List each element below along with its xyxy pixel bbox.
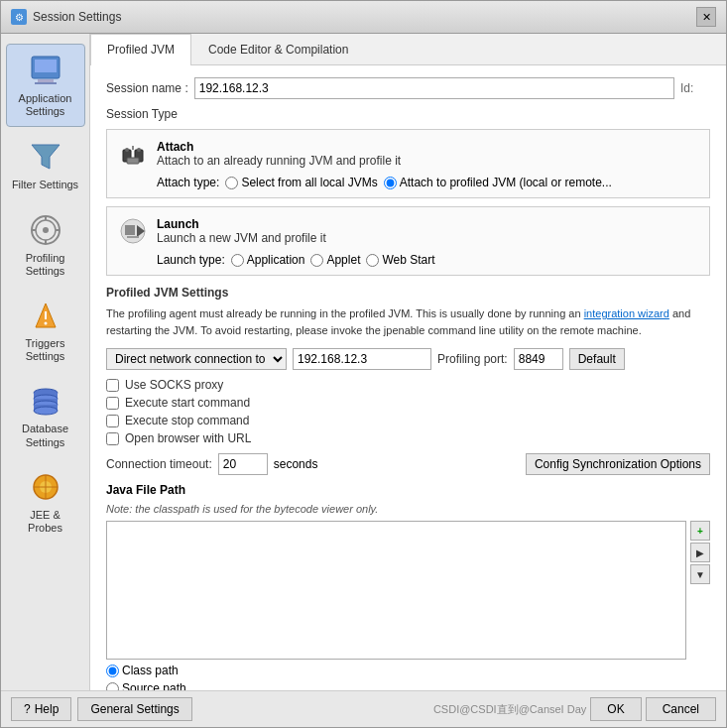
launch-section: Launch Launch a new JVM and profile it L… <box>106 206 710 276</box>
launch-desc: Launch a new JVM and profile it <box>157 231 326 245</box>
open-browser-label: Open browser with URL <box>125 431 251 445</box>
sidebar-item-profiling[interactable]: Profiling Settings <box>6 204 85 286</box>
open-browser-checkbox[interactable] <box>106 432 119 445</box>
title-bar: ⚙ Session Settings ✕ <box>1 1 726 34</box>
profiling-icon <box>28 212 63 248</box>
filepath-buttons: + ▶ ▼ <box>690 521 710 660</box>
filepath-list[interactable] <box>106 521 686 660</box>
exec-start-checkbox[interactable] <box>106 397 119 410</box>
svg-rect-3 <box>35 82 57 84</box>
database-icon <box>28 383 63 419</box>
use-socks-checkbox[interactable] <box>106 379 119 392</box>
sidebar-label-application: Application Settings <box>13 92 78 118</box>
bottom-left: ? Help General Settings <box>11 697 192 721</box>
launch-options: Launch type: Application Applet Web Star… <box>117 253 699 267</box>
sidebar-label-database: Database Settings <box>12 423 79 448</box>
launch-option-applet[interactable]: Applet <box>310 253 360 267</box>
sidebar-label-profiling: Profiling Settings <box>12 252 79 278</box>
java-file-section: Java File Path Note: the classpath is us… <box>106 483 710 690</box>
sidebar-item-jee[interactable]: JEE & Probes <box>6 461 85 543</box>
connection-type-select[interactable]: Direct network connection to <box>106 348 287 370</box>
help-label: Help <box>35 702 60 716</box>
jee-icon <box>28 469 63 505</box>
exec-start-row: Execute start command <box>106 396 710 410</box>
filepath-down-button[interactable]: ▼ <box>690 564 710 584</box>
class-path-radio[interactable] <box>106 665 119 677</box>
cancel-button[interactable]: Cancel <box>646 697 716 721</box>
bottom-right: CSDI@CSDI直到@CanseI Day OK Cancel <box>433 697 716 721</box>
use-socks-label: Use SOCKS proxy <box>125 378 223 392</box>
connection-row: Direct network connection to Profiling p… <box>106 348 710 370</box>
sidebar-item-triggers[interactable]: Triggers Settings <box>6 290 85 371</box>
launch-option-application[interactable]: Application <box>231 253 305 267</box>
title-bar-left: ⚙ Session Settings <box>11 9 121 25</box>
tab-bar: Profiled JVM Code Editor & Compilation <box>90 34 726 65</box>
class-path-label: Class path <box>122 664 179 677</box>
attach-option1-label: Select from all local JVMs <box>241 176 377 189</box>
radio-path-row: Class path <box>106 664 710 677</box>
svg-marker-4 <box>32 145 60 169</box>
filter-icon <box>28 139 63 175</box>
svg-point-11 <box>43 227 49 233</box>
class-path-option[interactable]: Class path <box>106 664 179 677</box>
attach-content: Attach Attach to an already running JVM … <box>157 140 401 168</box>
attach-header: Attach Attach to an already running JVM … <box>117 138 699 170</box>
launch-icon <box>117 215 149 247</box>
attach-option1[interactable]: Select from all local JVMs <box>225 176 377 189</box>
source-path-label: Source path <box>122 681 186 690</box>
launch-label: Launch <box>157 217 199 231</box>
session-name-label: Session name : <box>106 81 188 95</box>
source-path-radio[interactable] <box>106 682 119 691</box>
connection-address-input[interactable] <box>293 348 431 370</box>
svg-rect-1 <box>35 60 57 72</box>
launch-radio-applet[interactable] <box>310 254 323 267</box>
sidebar-item-filter[interactable]: Filter Settings <box>6 131 85 199</box>
attach-option2[interactable]: Attach to profiled JVM (local or remote.… <box>384 176 612 189</box>
attach-radio-1[interactable] <box>225 177 238 189</box>
bottom-bar: ? Help General Settings CSDI@CSDI直到@Cans… <box>1 690 726 727</box>
main-content: Profiled JVM Code Editor & Compilation S… <box>90 34 726 690</box>
help-button[interactable]: ? Help <box>11 697 71 721</box>
exec-stop-label: Execute stop command <box>125 414 249 427</box>
attach-options: Attach type: Select from all local JVMs … <box>117 176 699 189</box>
ok-button[interactable]: OK <box>590 697 641 721</box>
attach-radio-2[interactable] <box>384 177 397 189</box>
svg-rect-33 <box>125 225 135 235</box>
settings-title: Profiled JVM Settings <box>106 286 710 300</box>
config-sync-button[interactable]: Config Synchronization Options <box>526 453 710 475</box>
application-icon <box>28 53 63 88</box>
timeout-input[interactable] <box>218 453 268 475</box>
integration-wizard-link[interactable]: integration wizard <box>584 307 669 319</box>
exec-stop-checkbox[interactable] <box>106 415 119 427</box>
session-name-input[interactable] <box>194 77 674 99</box>
close-button[interactable]: ✕ <box>696 7 716 27</box>
tab-code-editor[interactable]: Code Editor & Compilation <box>191 34 365 64</box>
default-button[interactable]: Default <box>569 348 625 370</box>
general-settings-button[interactable]: General Settings <box>77 697 191 721</box>
launch-option-webstart[interactable]: Web Start <box>366 253 434 267</box>
exec-stop-row: Execute stop command <box>106 414 710 427</box>
svg-point-29 <box>125 148 129 152</box>
launch-radio-webstart[interactable] <box>366 254 379 267</box>
sidebar-item-application[interactable]: Application Settings <box>6 44 85 127</box>
launch-type-label: Launch type: <box>157 253 225 267</box>
attach-plug-icon <box>117 138 149 170</box>
window-icon: ⚙ <box>11 9 27 25</box>
source-path-option[interactable]: Source path <box>106 681 186 690</box>
timeout-row: Connection timeout: seconds Config Synch… <box>106 453 710 475</box>
sidebar-label-jee: JEE & Probes <box>12 509 79 535</box>
launch-radio-application[interactable] <box>231 254 244 267</box>
sidebar: Application Settings Filter Settings <box>1 34 90 690</box>
java-file-note: Note: the classpath is used for the byte… <box>106 503 710 515</box>
filepath-right-button[interactable]: ▶ <box>690 543 710 562</box>
attach-desc: Attach to an already running JVM and pro… <box>157 154 401 168</box>
svg-point-14 <box>44 321 47 324</box>
port-input[interactable] <box>514 348 563 370</box>
socks-proxy-row: Use SOCKS proxy <box>106 378 710 392</box>
filepath-add-button[interactable]: + <box>690 521 710 541</box>
launch-content: Launch Launch a new JVM and profile it <box>157 217 326 245</box>
sidebar-item-database[interactable]: Database Settings <box>6 375 85 456</box>
tab-profiled-jvm[interactable]: Profiled JVM <box>90 34 191 65</box>
help-icon: ? <box>24 702 31 716</box>
svg-rect-28 <box>127 158 139 164</box>
